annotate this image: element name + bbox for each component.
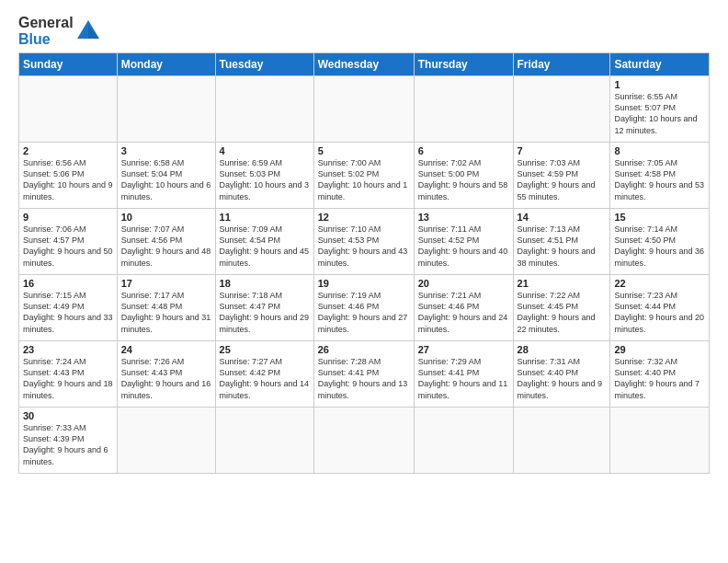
day-info: Sunrise: 7:18 AM Sunset: 4:47 PM Dayligh… [220, 290, 310, 335]
day-info: Sunrise: 7:14 AM Sunset: 4:50 PM Dayligh… [614, 224, 705, 269]
day-cell: 19Sunrise: 7:19 AM Sunset: 4:46 PM Dayli… [313, 275, 414, 341]
day-info: Sunrise: 7:24 AM Sunset: 4:43 PM Dayligh… [23, 356, 113, 401]
day-number: 20 [418, 278, 509, 289]
calendar-table: SundayMondayTuesdayWednesdayThursdayFrid… [18, 52, 710, 474]
day-cell: 15Sunrise: 7:14 AM Sunset: 4:50 PM Dayli… [610, 209, 710, 275]
day-cell: 10Sunrise: 7:07 AM Sunset: 4:56 PM Dayli… [117, 209, 215, 275]
day-info: Sunrise: 7:15 AM Sunset: 4:49 PM Dayligh… [23, 290, 113, 335]
header-day-tuesday: Tuesday [215, 53, 313, 76]
day-number: 4 [220, 145, 310, 156]
day-cell [215, 408, 313, 474]
day-info: Sunrise: 7:03 AM Sunset: 4:59 PM Dayligh… [518, 157, 607, 202]
day-cell: 27Sunrise: 7:29 AM Sunset: 4:41 PM Dayli… [414, 341, 513, 408]
day-number: 28 [518, 344, 607, 355]
day-info: Sunrise: 7:02 AM Sunset: 5:00 PM Dayligh… [418, 157, 509, 202]
day-number: 11 [220, 212, 310, 223]
day-number: 29 [614, 344, 705, 355]
day-cell: 2Sunrise: 6:56 AM Sunset: 5:06 PM Daylig… [19, 143, 118, 209]
day-cell: 18Sunrise: 7:18 AM Sunset: 4:47 PM Dayli… [215, 275, 313, 341]
logo-group: General Blue [18, 15, 101, 47]
header-day-wednesday: Wednesday [313, 53, 414, 76]
day-cell [513, 76, 610, 143]
day-info: Sunrise: 6:56 AM Sunset: 5:06 PM Dayligh… [23, 157, 113, 202]
day-info: Sunrise: 7:31 AM Sunset: 4:40 PM Dayligh… [518, 356, 607, 401]
day-cell: 30Sunrise: 7:33 AM Sunset: 4:39 PM Dayli… [19, 408, 118, 474]
header-day-monday: Monday [117, 53, 215, 76]
header-day-sunday: Sunday [19, 53, 118, 76]
day-cell: 5Sunrise: 7:00 AM Sunset: 5:02 PM Daylig… [313, 143, 414, 209]
day-info: Sunrise: 7:29 AM Sunset: 4:41 PM Dayligh… [418, 356, 509, 401]
day-number: 2 [23, 145, 113, 156]
day-info: Sunrise: 6:55 AM Sunset: 5:07 PM Dayligh… [614, 91, 705, 136]
day-cell [414, 408, 513, 474]
day-info: Sunrise: 7:28 AM Sunset: 4:41 PM Dayligh… [318, 356, 410, 401]
day-cell: 25Sunrise: 7:27 AM Sunset: 4:42 PM Dayli… [215, 341, 313, 408]
day-number: 17 [121, 278, 211, 289]
day-number: 22 [614, 278, 705, 289]
day-number: 1 [614, 79, 705, 90]
day-cell: 7Sunrise: 7:03 AM Sunset: 4:59 PM Daylig… [513, 143, 610, 209]
day-number: 24 [121, 344, 211, 355]
day-cell: 12Sunrise: 7:10 AM Sunset: 4:53 PM Dayli… [313, 209, 414, 275]
page: General Blue SundayMondayTuesdayWednesda… [0, 0, 728, 483]
day-number: 21 [518, 278, 607, 289]
day-cell [313, 408, 414, 474]
day-cell [117, 408, 215, 474]
logo: General Blue [18, 15, 101, 47]
header-day-thursday: Thursday [414, 53, 513, 76]
day-cell: 26Sunrise: 7:28 AM Sunset: 4:41 PM Dayli… [313, 341, 414, 408]
header-row: SundayMondayTuesdayWednesdayThursdayFrid… [19, 53, 710, 76]
day-info: Sunrise: 7:06 AM Sunset: 4:57 PM Dayligh… [23, 224, 113, 269]
week-row-3: 16Sunrise: 7:15 AM Sunset: 4:49 PM Dayli… [19, 275, 710, 341]
week-row-5: 30Sunrise: 7:33 AM Sunset: 4:39 PM Dayli… [19, 408, 710, 474]
day-info: Sunrise: 7:23 AM Sunset: 4:44 PM Dayligh… [614, 290, 705, 335]
day-info: Sunrise: 7:07 AM Sunset: 4:56 PM Dayligh… [121, 224, 211, 269]
day-cell: 13Sunrise: 7:11 AM Sunset: 4:52 PM Dayli… [414, 209, 513, 275]
day-number: 18 [220, 278, 310, 289]
week-row-1: 2Sunrise: 6:56 AM Sunset: 5:06 PM Daylig… [19, 143, 710, 209]
day-number: 12 [318, 212, 410, 223]
day-info: Sunrise: 7:26 AM Sunset: 4:43 PM Dayligh… [121, 356, 211, 401]
day-cell: 8Sunrise: 7:05 AM Sunset: 4:58 PM Daylig… [610, 143, 710, 209]
logo-triangle-icon [75, 18, 101, 44]
day-info: Sunrise: 7:32 AM Sunset: 4:40 PM Dayligh… [614, 356, 705, 401]
day-info: Sunrise: 7:11 AM Sunset: 4:52 PM Dayligh… [418, 224, 509, 269]
day-number: 5 [318, 145, 410, 156]
day-number: 25 [220, 344, 310, 355]
header: General Blue [18, 15, 710, 47]
day-number: 23 [23, 344, 113, 355]
day-number: 3 [121, 145, 211, 156]
day-number: 9 [23, 212, 113, 223]
day-cell: 9Sunrise: 7:06 AM Sunset: 4:57 PM Daylig… [19, 209, 118, 275]
week-row-2: 9Sunrise: 7:06 AM Sunset: 4:57 PM Daylig… [19, 209, 710, 275]
day-info: Sunrise: 7:00 AM Sunset: 5:02 PM Dayligh… [318, 157, 410, 202]
logo-text: General Blue [18, 15, 74, 47]
day-info: Sunrise: 7:09 AM Sunset: 4:54 PM Dayligh… [220, 224, 310, 269]
day-cell: 11Sunrise: 7:09 AM Sunset: 4:54 PM Dayli… [215, 209, 313, 275]
day-info: Sunrise: 7:33 AM Sunset: 4:39 PM Dayligh… [23, 422, 113, 467]
day-number: 10 [121, 212, 211, 223]
logo-general: General [18, 15, 74, 31]
day-cell: 24Sunrise: 7:26 AM Sunset: 4:43 PM Dayli… [117, 341, 215, 408]
day-info: Sunrise: 7:05 AM Sunset: 4:58 PM Dayligh… [614, 157, 705, 202]
day-cell: 1Sunrise: 6:55 AM Sunset: 5:07 PM Daylig… [610, 76, 710, 143]
day-number: 16 [23, 278, 113, 289]
day-cell [215, 76, 313, 143]
day-cell [513, 408, 610, 474]
day-info: Sunrise: 7:22 AM Sunset: 4:45 PM Dayligh… [518, 290, 607, 335]
day-info: Sunrise: 7:17 AM Sunset: 4:48 PM Dayligh… [121, 290, 211, 335]
day-cell [19, 76, 118, 143]
day-number: 13 [418, 212, 509, 223]
day-cell: 6Sunrise: 7:02 AM Sunset: 5:00 PM Daylig… [414, 143, 513, 209]
day-cell: 22Sunrise: 7:23 AM Sunset: 4:44 PM Dayli… [610, 275, 710, 341]
day-cell: 16Sunrise: 7:15 AM Sunset: 4:49 PM Dayli… [19, 275, 118, 341]
day-number: 19 [318, 278, 410, 289]
day-number: 8 [614, 145, 705, 156]
day-cell: 29Sunrise: 7:32 AM Sunset: 4:40 PM Dayli… [610, 341, 710, 408]
day-cell: 14Sunrise: 7:13 AM Sunset: 4:51 PM Dayli… [513, 209, 610, 275]
day-cell: 4Sunrise: 6:59 AM Sunset: 5:03 PM Daylig… [215, 143, 313, 209]
day-number: 14 [518, 212, 607, 223]
day-cell [313, 76, 414, 143]
day-info: Sunrise: 7:27 AM Sunset: 4:42 PM Dayligh… [220, 356, 310, 401]
day-info: Sunrise: 7:13 AM Sunset: 4:51 PM Dayligh… [518, 224, 607, 269]
